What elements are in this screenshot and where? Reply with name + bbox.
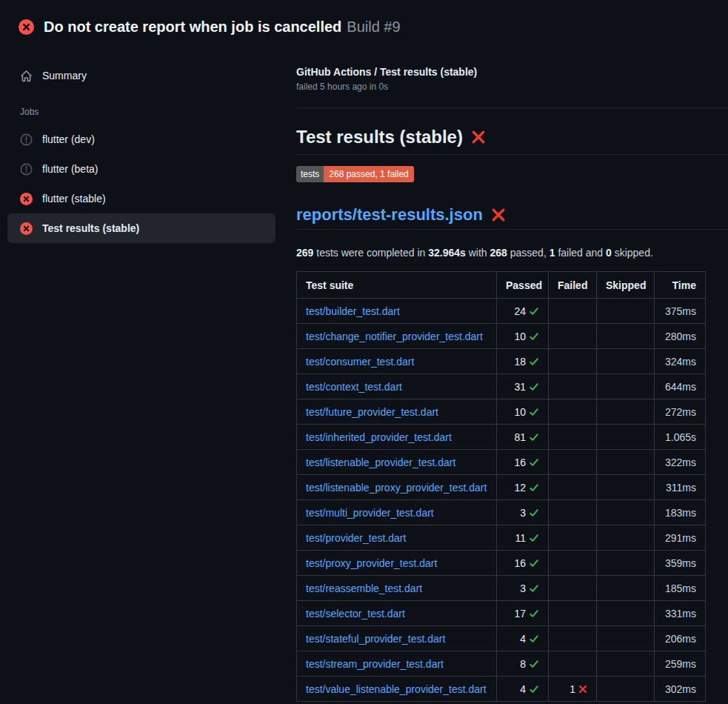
time-cell: 280ms: [655, 324, 706, 349]
sidebar-job-flutter-dev[interactable]: flutter (dev): [7, 124, 275, 154]
passed-cell: 4: [497, 677, 549, 702]
passed-cell: 12: [497, 475, 549, 500]
time-cell: 259ms: [655, 651, 706, 677]
summary-failed: 1: [550, 247, 555, 259]
tests-badge: tests 268 passed, 1 failed: [296, 166, 414, 182]
failed-cell: [549, 576, 597, 601]
suite-link[interactable]: test/value_listenable_provider_test.dart: [306, 683, 487, 695]
failed-cell: [549, 525, 597, 551]
skipped-cell: [597, 576, 655, 601]
passed-cell: 24: [497, 299, 549, 324]
sidebar-job-flutter-stable[interactable]: flutter (stable): [7, 184, 275, 213]
sidebar: Summary Jobs flutter (dev) flutter (beta…: [0, 41, 296, 243]
failed-cell: [549, 601, 597, 626]
time-cell: 302ms: [655, 677, 706, 702]
table-row: test/multi_provider_test.dart 3 183ms: [297, 500, 706, 525]
run-failed-icon: [19, 19, 34, 35]
skipped-cell: [597, 324, 655, 349]
suite-link[interactable]: test/builder_test.dart: [306, 305, 400, 317]
suite-link[interactable]: test/context_test.dart: [306, 381, 402, 393]
summary-duration: 32.964s: [428, 247, 466, 259]
report-link[interactable]: reports/test-results.json: [296, 205, 483, 225]
section-title: Test results (stable): [296, 127, 728, 155]
check-icon: [529, 659, 539, 669]
time-cell: 322ms: [655, 450, 706, 475]
failed-cell: [549, 374, 597, 399]
suite-link[interactable]: test/reassemble_test.dart: [306, 582, 422, 594]
check-icon: [529, 608, 539, 619]
table-row: test/proxy_provider_test.dart 16 359ms: [297, 551, 706, 576]
check-icon: [529, 482, 539, 493]
suite-link[interactable]: test/multi_provider_test.dart: [306, 507, 434, 519]
suite-cell: test/builder_test.dart: [297, 299, 497, 324]
sidebar-jobs-heading: Jobs: [0, 90, 296, 124]
failed-cell: [549, 551, 597, 576]
failed-cell: [549, 651, 597, 677]
summary-text: tests were completed in: [313, 247, 428, 259]
passed-cell: 10: [497, 399, 549, 425]
check-icon: [529, 457, 539, 468]
sidebar-item-summary[interactable]: Summary: [0, 61, 296, 90]
table-row: test/context_test.dart 31 644ms: [297, 374, 706, 399]
failed-cell: [549, 425, 597, 450]
suite-link[interactable]: test/stream_provider_test.dart: [306, 658, 444, 670]
suite-link[interactable]: test/stateful_provider_test.dart: [306, 633, 445, 645]
suite-link[interactable]: test/proxy_provider_test.dart: [306, 557, 437, 569]
suite-cell: test/proxy_provider_test.dart: [297, 551, 497, 576]
run-title: Do not create report when job is cancell…: [44, 19, 341, 36]
failed-cell: [549, 475, 597, 500]
table-row: test/value_listenable_provider_test.dart…: [297, 677, 706, 702]
job-status-icon: [20, 133, 33, 146]
suite-cell: test/multi_provider_test.dart: [297, 500, 497, 525]
job-label: Test results (stable): [42, 222, 139, 234]
table-row: test/inherited_provider_test.dart 81 1.0…: [297, 425, 706, 450]
check-icon: [529, 356, 539, 367]
job-status-icon: [20, 193, 33, 205]
passed-cell: 3: [497, 576, 549, 601]
passed-cell: 8: [497, 651, 549, 677]
time-cell: 311ms: [655, 475, 706, 500]
job-label: flutter (dev): [42, 133, 95, 145]
failed-x-icon: [471, 130, 486, 145]
skipped-cell: [597, 626, 655, 651]
suite-link[interactable]: test/consumer_test.dart: [306, 356, 414, 368]
check-icon: [529, 407, 539, 417]
check-icon: [529, 533, 539, 543]
passed-cell: 31: [497, 374, 549, 399]
suite-cell: test/value_listenable_provider_test.dart: [297, 677, 497, 702]
skipped-cell: [597, 677, 655, 702]
suite-link[interactable]: test/future_provider_test.dart: [306, 406, 438, 418]
check-icon: [529, 331, 539, 342]
suite-link[interactable]: test/change_notifier_provider_test.dart: [306, 331, 483, 342]
table-row: test/provider_test.dart 11 291ms: [297, 525, 706, 551]
suite-cell: test/stream_provider_test.dart: [297, 651, 497, 677]
suite-cell: test/change_notifier_provider_test.dart: [297, 324, 497, 349]
table-row: test/change_notifier_provider_test.dart …: [297, 324, 706, 349]
skipped-cell: [597, 425, 655, 450]
summary-text: failed and: [555, 247, 607, 259]
table-row: test/listenable_proxy_provider_test.dart…: [297, 475, 706, 500]
failed-cell: [549, 324, 597, 349]
home-icon: [20, 70, 33, 82]
suite-cell: test/future_provider_test.dart: [297, 399, 497, 425]
header-skipped: Skipped: [597, 272, 655, 299]
sidebar-job-test-results-stable[interactable]: Test results (stable): [7, 213, 275, 243]
check-icon: [529, 432, 539, 442]
suite-link[interactable]: test/listenable_proxy_provider_test.dart: [306, 482, 487, 494]
suite-link[interactable]: test/selector_test.dart: [306, 608, 405, 620]
time-cell: 185ms: [655, 576, 706, 601]
sidebar-job-flutter-beta[interactable]: flutter (beta): [7, 154, 275, 184]
suite-link[interactable]: test/provider_test.dart: [306, 532, 406, 544]
check-icon: [529, 558, 539, 568]
summary-line: 269 tests were completed in 32.964s with…: [296, 247, 728, 259]
suite-link[interactable]: test/listenable_provider_test.dart: [306, 456, 455, 468]
skipped-cell: [597, 601, 655, 626]
passed-cell: 11: [497, 525, 549, 551]
passed-cell: 16: [497, 450, 549, 475]
passed-cell: 3: [497, 500, 549, 525]
run-header: Do not create report when job is cancell…: [0, 0, 728, 41]
results-table-body: test/builder_test.dart 24 375ms test/cha…: [297, 299, 706, 702]
skipped-cell: [597, 651, 655, 677]
check-icon: [529, 684, 539, 694]
suite-link[interactable]: test/inherited_provider_test.dart: [306, 431, 452, 443]
